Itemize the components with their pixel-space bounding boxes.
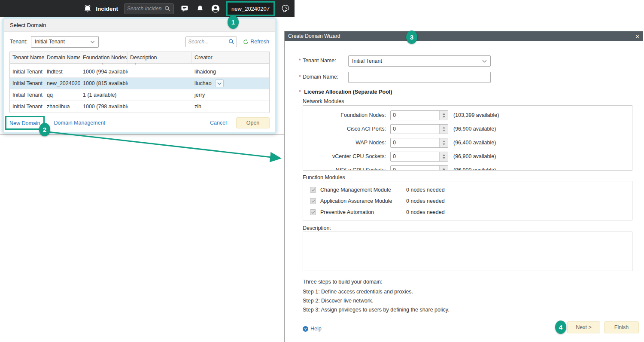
brain-assistant-icon[interactable] (281, 4, 290, 13)
step-2: Step 2: Discover live network. (303, 298, 374, 304)
new-domain-link[interactable]: New Domain (9, 120, 40, 126)
network-module-row: Foundation Nodes: (103,399 available) (303, 110, 632, 120)
column-header[interactable]: Tenant Name (10, 52, 44, 63)
column-header[interactable]: Domain Name (44, 52, 80, 63)
change-management-module-label: Change Management Module (320, 187, 397, 193)
table-row[interactable]: Initial Tenant lhdtest 1000 (994 availab… (10, 66, 269, 78)
column-header[interactable]: Description (128, 52, 192, 63)
spinner-buttons[interactable] (439, 125, 448, 134)
table-row[interactable]: Initial Tenant zhaolihua 1000 (798 avail… (10, 101, 269, 113)
cell-creator: jerry (192, 92, 269, 98)
cisco-aci-ports-spinner[interactable] (390, 124, 448, 134)
cancel-link[interactable]: Cancel (210, 120, 227, 126)
incident-search-box[interactable] (124, 3, 174, 14)
domain-management-link[interactable]: Domain Management (54, 120, 106, 126)
function-modules-box: Change Management Module 0 nodes needed … (303, 181, 632, 220)
chevron-down-icon (482, 60, 487, 63)
spinner-buttons[interactable] (439, 152, 448, 161)
cell-nodes: 1000 (798 available) (80, 104, 128, 110)
nsx-v-cpu-sockets-label: NSX-v CPU Sockets: (303, 167, 390, 171)
help-label: Help (310, 326, 322, 332)
spinner-buttons[interactable] (439, 111, 448, 120)
cell-creator: lihaidong (192, 69, 269, 75)
tenant-name-label: *Tenant Name: (299, 58, 336, 64)
domain-table: Tenant Name Domain Name Foundation Nodes… (9, 52, 270, 113)
search-icon[interactable] (228, 39, 234, 45)
check-icon (311, 199, 315, 203)
required-asterisk: * (299, 74, 301, 80)
network-module-row: Cisco ACI Ports: (96,900 available) (303, 124, 632, 134)
refresh-label: Refresh (250, 39, 269, 45)
incident-search-input[interactable] (127, 6, 162, 12)
spinner-buttons[interactable] (439, 166, 448, 171)
cell-tenant: Initial Tenant (10, 92, 44, 98)
close-icon[interactable]: × (635, 33, 639, 40)
nsx-v-cpu-sockets-spinner[interactable] (390, 165, 448, 171)
vcenter-cpu-sockets-spinner[interactable] (390, 152, 448, 162)
new-domain-highlight-box: New Domain (5, 116, 45, 130)
nodes-needed: 0 nodes needed (406, 198, 445, 204)
domain-name-label: *Domain Name: (299, 74, 338, 80)
spinner-buttons[interactable] (439, 138, 448, 147)
select-domain-dialog: Select Domain Tenant: Initial Tenant Ref… (2, 17, 277, 134)
cell-domain: lhdtest (44, 69, 80, 75)
domain-search-input[interactable] (188, 39, 228, 45)
domain-search-box[interactable] (185, 37, 237, 47)
nsx-v-cpu-sockets-input[interactable] (391, 166, 439, 171)
domain-name-input[interactable] (348, 72, 491, 83)
tenant-dropdown[interactable]: Initial Tenant (31, 36, 99, 48)
annotation-badge-4: 4 (555, 321, 566, 334)
license-allocation-header: * License Allocation (Separate Pool) (299, 89, 392, 95)
column-header[interactable]: Foundation Nodes (80, 52, 128, 63)
row-actions-dropdown[interactable] (215, 79, 224, 87)
clipped-scrolled-row[interactable]: 1000 (994 available) (10, 64, 269, 66)
application-assurance-module-label: Application Assurance Module (320, 198, 397, 204)
cell-domain: zhaolihua (44, 104, 80, 110)
cell-tenant: Initial Tenant (10, 104, 44, 110)
checkbox-checked-disabled[interactable] (310, 198, 316, 204)
foundation-nodes-spinner[interactable] (390, 110, 448, 120)
checkbox-checked-disabled[interactable] (310, 209, 316, 215)
cisco-aci-ports-input[interactable] (391, 125, 439, 134)
refresh-button[interactable]: Refresh (243, 39, 269, 45)
messages-icon[interactable] (180, 4, 189, 13)
table-row[interactable]: Initial Tenant qq 1 (1 available) jerry (10, 89, 269, 101)
notifications-bell-icon[interactable] (195, 4, 205, 13)
cell-nodes: 1000 (994 available) (80, 69, 128, 75)
network-module-row: vCenter CPU Sockets: (96,900 available) (303, 151, 632, 162)
available-count: (96,400 available) (453, 140, 496, 146)
function-module-row: Change Management Module 0 nodes needed (303, 186, 632, 194)
cell-domain: new_20240207 (44, 80, 80, 86)
network-module-row: NSX-v CPU Sockets: (96,900 available) (303, 165, 632, 171)
user-avatar-icon[interactable] (211, 4, 220, 13)
network-modules-label: Network Modules (303, 98, 344, 104)
current-domain-button[interactable]: new_20240207 (226, 1, 275, 16)
cell-creator: zlh (192, 104, 269, 110)
description-textarea[interactable] (303, 232, 632, 271)
network-modules-box: Foundation Nodes: (103,399 available) Ci… (303, 105, 632, 171)
checkbox-checked-disabled[interactable] (310, 187, 316, 193)
description-label: Description: (303, 225, 331, 231)
step-3: Step 3: Assign privileges to users by de… (303, 307, 450, 313)
help-link[interactable]: ? Help (303, 326, 322, 332)
finish-button[interactable]: Finish (604, 321, 639, 333)
column-header[interactable]: Creator (192, 52, 269, 63)
open-button[interactable]: Open (236, 117, 270, 128)
chevron-down-icon (217, 82, 222, 85)
create-domain-wizard-dialog: Create Domain Wizard × *Tenant Name: Ini… (284, 31, 643, 342)
wizard-title: Create Domain Wizard (288, 33, 340, 39)
table-row-selected[interactable]: Initial Tenant new_20240207 1000 (815 av… (10, 78, 269, 89)
available-count: (103,399 available) (453, 112, 499, 118)
next-button[interactable]: Next > (567, 321, 600, 333)
foundation-nodes-input[interactable] (391, 111, 439, 120)
function-module-row: Application Assurance Module 0 nodes nee… (303, 197, 632, 205)
incident-menu[interactable]: Incident (83, 4, 118, 13)
nodes-needed: 0 nodes needed (406, 209, 445, 215)
refresh-icon (243, 39, 249, 45)
wap-nodes-spinner[interactable] (390, 138, 448, 148)
question-circle-icon: ? (303, 326, 308, 332)
wap-nodes-input[interactable] (391, 138, 439, 147)
search-icon[interactable] (164, 5, 171, 12)
wizard-tenant-dropdown[interactable]: Initial Tenant (348, 55, 491, 67)
vcenter-cpu-sockets-input[interactable] (391, 152, 439, 161)
